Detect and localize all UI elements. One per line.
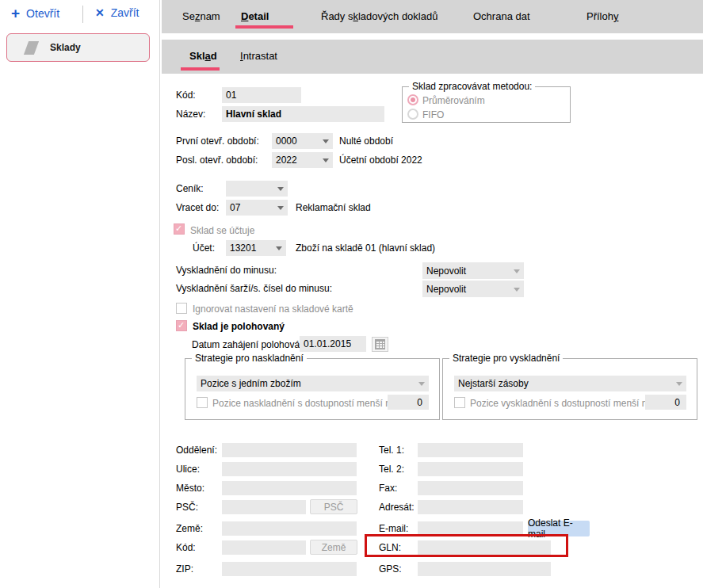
vyskladneni-threshold-checkbox[interactable] <box>454 397 465 408</box>
kod-label: Kód: <box>176 90 196 101</box>
fax-input[interactable] <box>418 481 523 495</box>
email-label: E-mail: <box>379 523 408 534</box>
radio-fifo-label: FIFO <box>422 109 444 120</box>
nazev-label: Název: <box>176 109 205 120</box>
ulice-input[interactable] <box>222 462 357 476</box>
nazev-input[interactable]: Hlavní sklad <box>222 106 384 122</box>
chevron-down-icon <box>514 269 520 273</box>
close-icon: ✕ <box>95 6 105 19</box>
radio-prumerovanim-label: Průměrováním <box>422 95 485 106</box>
ignorovat-label: Ignorovat nastavení na skladové kartě <box>193 304 353 315</box>
mesto-input[interactable] <box>222 481 357 495</box>
tab-ochrana-dat[interactable]: Ochrana dat <box>473 10 530 22</box>
zip-label: ZIP: <box>176 563 193 575</box>
adresat-input[interactable] <box>418 500 523 514</box>
ignorovat-checkbox[interactable] <box>176 303 187 314</box>
chevron-down-icon <box>276 246 282 250</box>
radio-prumerovanim[interactable] <box>407 94 418 105</box>
zeme-button[interactable]: Země <box>310 540 357 555</box>
vyskladneni-threshold-label: Pozice vyskladnění s dostupností menší n… <box>470 398 657 409</box>
tab-detail[interactable]: Detail <box>241 10 269 22</box>
ulice-label: Ulice: <box>176 464 200 475</box>
chevron-down-icon <box>277 187 284 191</box>
naskladneni-threshold-input[interactable]: 0 <box>388 395 429 410</box>
vyskladneni-sarzi-dropdown[interactable]: Nepovolit <box>422 281 524 297</box>
prvni-obdobi-note: Nulté období <box>339 136 393 147</box>
sidebar-divider <box>159 0 160 588</box>
gps-label: GPS: <box>379 563 402 575</box>
mesto-label: Město: <box>176 483 204 494</box>
zeme-input[interactable] <box>222 521 357 536</box>
zeme-label: Země: <box>176 523 203 534</box>
calendar-button[interactable] <box>372 337 388 352</box>
oddeleni-input[interactable] <box>222 443 357 457</box>
chevron-down-icon <box>323 139 329 143</box>
naskladneni-strategy-dropdown[interactable]: Pozice s jedním zbožím <box>197 376 429 391</box>
calendar-icon <box>375 339 385 349</box>
psc-button[interactable]: PSČ <box>310 499 357 514</box>
open-button-label: Otevřít <box>26 7 59 20</box>
gln-input[interactable] <box>418 540 551 555</box>
sidebar-item-sklady[interactable]: Sklady <box>6 33 150 62</box>
gps-input[interactable] <box>418 562 551 576</box>
vyskladneni-threshold-input[interactable]: 0 <box>645 395 686 410</box>
close-button[interactable]: ✕ Zavřít <box>95 6 139 19</box>
odeslat-email-button[interactable]: Odeslat E-mail <box>528 521 590 536</box>
ucet-note: Zboží na skladě 01 (hlavní sklad) <box>296 242 435 254</box>
naskladneni-threshold-checkbox[interactable] <box>197 397 208 408</box>
chevron-down-icon <box>514 288 520 292</box>
tel1-input[interactable] <box>418 443 523 457</box>
email-input[interactable] <box>418 521 523 536</box>
ucet-label: Účet: <box>193 242 215 254</box>
kod-zeme-input[interactable] <box>222 540 306 555</box>
vracet-do-label: Vracet do: <box>176 202 219 213</box>
psc-label: PSČ: <box>176 502 198 513</box>
tel2-input[interactable] <box>418 462 523 476</box>
kod-zeme-label: Kód: <box>176 542 196 553</box>
kod-input[interactable]: 01 <box>222 87 301 103</box>
radio-fifo[interactable] <box>407 109 418 120</box>
vyskladneni-minus-dropdown[interactable]: Nepovolit <box>422 262 524 279</box>
tab-seznam[interactable]: Seznam <box>182 10 220 22</box>
tab-prilohy[interactable]: Přílohy <box>586 10 618 22</box>
sklad-se-uctuje-label: Sklad se účtuje <box>190 225 254 236</box>
prvni-obdobi-label: První otevř. období: <box>176 136 259 147</box>
prvni-obdobi-dropdown[interactable]: 0000 <box>272 133 333 149</box>
active-subtab-indicator <box>181 67 220 71</box>
polohovany-checkbox[interactable] <box>176 320 187 331</box>
posl-obdobi-dropdown[interactable]: 2022 <box>272 152 333 168</box>
vyskladneni-minus-label: Vyskladnění do minusu: <box>176 265 277 276</box>
tab-rady-skladovych-dokladu[interactable]: Řady skladových dokladů <box>321 10 437 22</box>
sklad-se-uctuje-checkbox[interactable] <box>174 223 185 235</box>
open-button[interactable]: + Otevřít <box>11 6 59 21</box>
vracet-do-dropdown[interactable]: 07 <box>226 200 288 216</box>
vyskladneni-group-legend: Strategie pro vyskladnění <box>449 353 563 364</box>
datum-polohovani-label: Datum zahájení polohování: <box>192 339 310 350</box>
datum-polohovani-input[interactable]: 01.01.2015 <box>300 336 366 352</box>
cenik-dropdown[interactable] <box>226 181 288 197</box>
vyskladneni-strategy-dropdown[interactable]: Nejstarší zásoby <box>454 376 686 391</box>
gln-label: GLN: <box>379 542 401 553</box>
chevron-down-icon <box>418 382 425 386</box>
sidebar-item-label: Sklady <box>50 42 81 53</box>
tel2-label: Tel. 2: <box>379 464 404 475</box>
plus-icon: + <box>11 6 20 21</box>
polohovany-label: Sklad je polohovaný <box>193 321 285 332</box>
posl-obdobi-note: Účetní období 2022 <box>339 155 422 166</box>
naskladneni-threshold-label: Pozice naskladnění s dostupností menší n… <box>212 398 400 409</box>
chevron-down-icon <box>676 382 682 386</box>
app-window: + Otevřít ✕ Zavřít Sklady Seznam Detail … <box>0 0 703 588</box>
psc-input[interactable] <box>222 500 306 514</box>
zip-input[interactable] <box>222 562 357 576</box>
warehouse-icon <box>24 41 39 55</box>
fax-label: Fax: <box>379 483 397 494</box>
toolbar-separator <box>82 6 83 23</box>
tab-intrastat[interactable]: Intrastat <box>240 50 277 62</box>
ucet-dropdown[interactable]: 13201 <box>226 240 286 256</box>
adresat-label: Adresát: <box>379 502 415 513</box>
metoda-group-legend: Sklad zpracovávat metodou: <box>409 81 535 92</box>
oddeleni-label: Oddělení: <box>176 445 217 456</box>
tab-sklad[interactable]: Sklad <box>189 50 217 62</box>
vracet-do-note: Reklamační sklad <box>296 202 371 213</box>
chevron-down-icon <box>323 158 329 162</box>
